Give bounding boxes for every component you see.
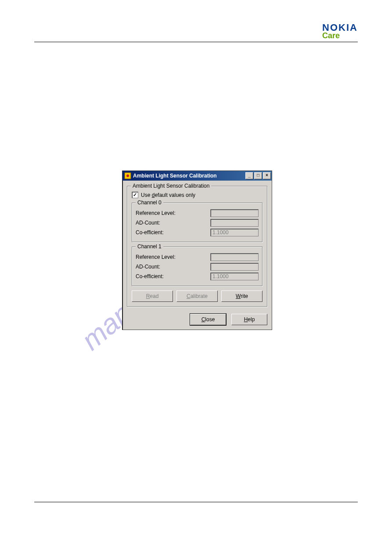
ch1-adcount-label: AD-Count: (136, 264, 160, 270)
window-title: Ambient Light Sensor Calibration (133, 173, 245, 179)
ch1-adcount-row: AD-Count: (136, 263, 259, 271)
svg-point-2 (126, 174, 129, 177)
ch1-coefficient-label: Co-efficient: (136, 273, 164, 279)
channel-0-group: Channel 0 Reference Level: AD-Count: Co-… (132, 203, 263, 242)
ch1-adcount-input[interactable] (210, 263, 259, 271)
write-button[interactable]: Write (221, 290, 263, 302)
checkbox-label: Use default values only (141, 192, 195, 198)
ch1-reference-label: Reference Level: (136, 254, 176, 260)
use-default-checkbox[interactable]: ✓ Use default values only (132, 192, 263, 198)
ch1-coefficient-input[interactable]: 1.1000 (210, 272, 259, 280)
read-button[interactable]: Read (132, 290, 173, 302)
channel-1-group: Channel 1 Reference Level: AD-Count: Co-… (132, 247, 263, 286)
action-button-row: Read Calibrate Write (132, 290, 263, 302)
ch1-reference-input[interactable] (210, 253, 259, 261)
dialog-footer: Close Help (127, 314, 267, 325)
title-bar[interactable]: Ambient Light Sensor Calibration _ □ × (122, 171, 272, 181)
ch0-reference-row: Reference Level: (136, 209, 259, 217)
maximize-button[interactable]: □ (254, 172, 262, 179)
ch0-reference-label: Reference Level: (136, 210, 176, 216)
ch0-coefficient-row: Co-efficient: 1.1000 (136, 229, 259, 236)
footer-rule (34, 502, 358, 502)
dialog-window: Ambient Light Sensor Calibration _ □ × A… (122, 170, 272, 330)
ch0-adcount-input[interactable] (210, 219, 259, 227)
close-dialog-button[interactable]: Close (190, 314, 226, 325)
close-button[interactable]: × (263, 172, 271, 179)
ch0-reference-input[interactable] (210, 209, 259, 217)
minimize-button[interactable]: _ (245, 172, 253, 179)
app-icon (124, 172, 131, 179)
calibrate-button[interactable]: Calibrate (176, 290, 218, 302)
ch0-adcount-label: AD-Count: (136, 220, 160, 226)
help-button[interactable]: Help (231, 314, 267, 325)
channel-0-legend: Channel 0 (136, 200, 163, 206)
ch1-coefficient-row: Co-efficient: 1.1000 (136, 272, 259, 280)
client-area: Ambient Light Sensor Calibration ✓ Use d… (122, 181, 272, 330)
calibration-group-legend: Ambient Light Sensor Calibration (131, 183, 211, 189)
checkmark-icon: ✓ (132, 192, 138, 198)
window-buttons: _ □ × (245, 172, 271, 179)
calibration-group: Ambient Light Sensor Calibration ✓ Use d… (127, 186, 267, 307)
brand-logo: NOKIA Care (322, 23, 358, 40)
channel-1-legend: Channel 1 (136, 243, 163, 250)
header-rule (34, 42, 358, 42)
ch0-coefficient-label: Co-efficient: (136, 229, 164, 236)
ch0-coefficient-input[interactable]: 1.1000 (210, 229, 259, 236)
page-root: NOKIA Care manualshive.com Ambient Light… (0, 0, 392, 555)
ch0-adcount-row: AD-Count: (136, 219, 259, 227)
ch1-reference-row: Reference Level: (136, 253, 259, 261)
